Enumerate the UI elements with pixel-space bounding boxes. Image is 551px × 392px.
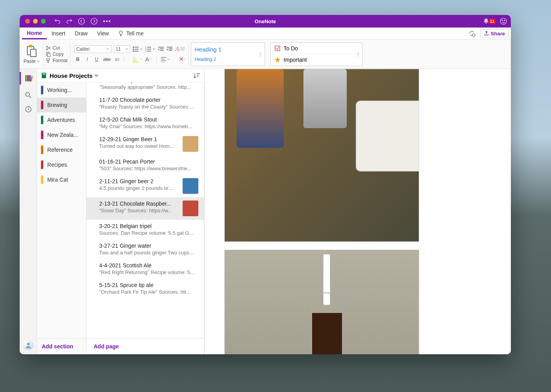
strike-button[interactable]: abc [103,57,111,62]
page-item[interactable]: 2-11-21 Ginger beer 24.5 pounds ginger 2… [87,175,204,197]
svg-text:3: 3 [145,50,146,52]
svg-point-20 [124,57,124,58]
page-item[interactable]: 3-20-21 Belgian tripelSources: Dan Recip… [87,220,204,239]
italic-button[interactable]: I [84,57,91,62]
page-item[interactable]: 2-13-21 Chocolate Raspber..."Snow Day" S… [87,197,204,220]
page-item[interactable]: 01-16-21 Pecan Porter"503" Sources: http… [87,155,204,175]
outdent-button[interactable] [158,46,164,52]
more-font-button[interactable] [123,57,126,62]
section-item[interactable]: Brewing [37,98,86,112]
add-page-button[interactable]: Add page [87,338,204,354]
bullet-list-button[interactable] [133,46,143,52]
indent-button[interactable] [166,46,173,52]
section-item[interactable]: Reference [37,142,86,157]
heading1-style[interactable]: Heading 1 [194,46,261,53]
page-title: 5-15-21 Spruce tip ale [99,282,198,288]
tag-todo[interactable]: To Do [271,43,362,54]
page-item[interactable]: 5-15-21 Spruce tip ale"Orchard Park Fir … [87,279,204,298]
app-window: ••• OneNote 11 Home Insert Draw View Tel… [20,15,511,354]
format-label: Format [53,58,68,63]
page-item[interactable]: 9-27-20 Pumpkin Ale"Seasonally appropria… [87,83,204,94]
svg-rect-25 [25,75,27,81]
undo-icon[interactable] [54,18,61,24]
section-item[interactable]: Working... [37,83,86,98]
copy-button[interactable]: Copy [46,52,68,57]
notifications-button[interactable]: 11 [483,18,496,24]
font-size-combo[interactable]: 11 [114,45,130,53]
note-canvas[interactable] [205,69,511,354]
format-painter-button[interactable]: Format [46,58,68,63]
svg-point-14 [133,47,134,48]
number-list-button[interactable]: 123 [145,46,155,52]
chevron-down-icon[interactable] [94,73,99,78]
page-subtitle: Sources: Dan Recipe volume: 5.5 gal G... [99,230,198,236]
notebook-icon [41,72,47,79]
search-icon[interactable] [25,92,32,99]
emoji-icon[interactable] [500,18,507,25]
svg-point-31 [27,343,30,346]
bold-button[interactable]: B [74,57,81,62]
subscript-button[interactable]: x2 [114,57,121,62]
tab-home[interactable]: Home [22,28,47,39]
section-item[interactable]: Adventures [37,112,86,127]
maximize-window-button[interactable] [41,19,46,24]
recent-icon[interactable] [25,106,32,113]
chevron-right-icon[interactable] [259,52,262,57]
page-title: 11-7-20 Chocolate porter [99,97,198,103]
font-name-combo[interactable]: Calibri [74,45,111,53]
page-item[interactable]: 3-27-21 Ginger waterTwo and a half pound… [87,239,204,259]
minimize-window-button[interactable] [33,19,38,24]
more-icon[interactable]: ••• [103,18,111,24]
font-color-button[interactable]: A [145,56,152,63]
svg-rect-28 [31,76,33,81]
app-title: OneNote [255,18,276,24]
redo-icon[interactable] [66,18,72,24]
nav-forward-icon[interactable] [91,18,98,25]
align-button[interactable] [161,57,170,62]
tab-draw[interactable]: Draw [70,28,92,39]
chevron-right-icon[interactable] [357,52,360,57]
tab-view[interactable]: View [92,28,114,39]
page-thumbnail [183,178,198,194]
page-subtitle: Two and a half pounds ginger Two cups... [99,250,198,256]
svg-point-5 [119,31,122,34]
section-item[interactable]: Recipes [37,157,86,172]
sync-status-icon[interactable] [468,30,475,37]
heading2-style[interactable]: Heading 2 [194,57,261,62]
add-section-button[interactable]: Add section [37,338,86,354]
tag-important[interactable]: Important [271,54,362,66]
notebook-name[interactable]: House Projects [50,72,92,79]
notebooks-rail-button[interactable] [20,72,37,85]
page-thumbnail [183,201,198,216]
notebook-selector-row: House Projects [37,69,204,83]
tell-me-search[interactable]: Tell me [118,30,144,37]
page-item[interactable]: 11-7-20 Chocolate porter"Roasty Toasty o… [87,94,204,113]
nav-back-icon[interactable] [78,18,85,25]
styles-gallery[interactable]: Heading 1 Heading 2 [191,42,265,66]
bulb-icon [118,30,124,37]
underline-button[interactable]: U [93,57,100,62]
cut-button[interactable]: Cut [46,45,68,51]
section-label: Adventures [47,117,75,123]
delete-button[interactable]: ✕ [179,55,184,63]
highlight-button[interactable] [133,56,143,63]
section-item[interactable]: New Zeala... [37,127,86,142]
account-avatar[interactable] [23,340,33,350]
content-area: House Projects Working...BrewingAdventur… [20,69,511,354]
paste-icon[interactable] [26,44,37,58]
svg-point-0 [78,18,85,24]
page-item[interactable]: 12-5-20 Chai Milk Stout"My Chai" Sources… [87,113,204,133]
tags-gallery[interactable]: To Do Important [270,42,362,66]
tab-insert[interactable]: Insert [47,28,70,39]
page-subtitle: "Snow Day" Sources: https://w... [99,208,179,213]
section-item[interactable]: Mira Cat [37,172,86,187]
traffic-lights [20,19,46,24]
close-window-button[interactable] [25,19,30,24]
clear-format-button[interactable]: A⌫ [175,46,185,53]
sort-icon[interactable] [193,72,200,79]
page-item[interactable]: 4-4-2021 Scottish Ale"Red Right Returnin… [87,259,204,279]
page-item[interactable]: 12-29-21 Ginger Beer 1Turned out way too… [87,133,204,155]
bell-icon [483,18,489,24]
share-button[interactable]: Share [480,29,508,38]
ribbon-tabs: Home Insert Draw View Tell me Share [20,28,511,40]
